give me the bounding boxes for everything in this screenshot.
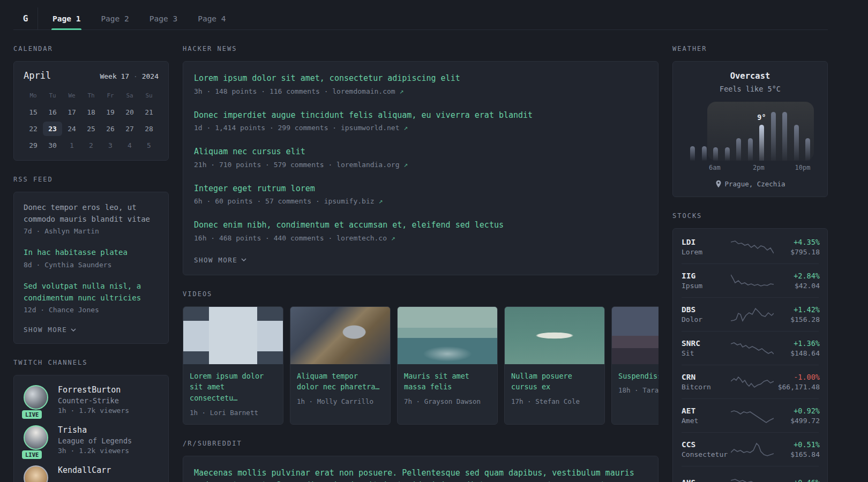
stock-row[interactable]: CRN Bitcorn -1.00% $66,171.48: [682, 365, 819, 398]
hn-item-meta: 6h · 60 points · 57 comments · ipsumify.…: [194, 197, 647, 205]
stock-row[interactable]: LDI Lorem +4.35% $795.18: [682, 230, 819, 263]
video-thumbnail[interactable]: [505, 307, 604, 364]
calendar-day: 18: [81, 105, 101, 119]
video-list: Lorem ipsum dolor sit amet consectetu… 1…: [183, 306, 659, 425]
hacker-news-widget: HACKER NEWS Lorem ipsum dolor sit amet, …: [183, 45, 659, 275]
twitch-channel-name[interactable]: Trisha: [58, 425, 132, 435]
calendar-day: 21: [139, 105, 159, 119]
video-card[interactable]: Nullam posuere cursus ex 17h · Stefan Co…: [504, 306, 605, 425]
twitch-channel-row[interactable]: LIVE ForrestBurton Counter-Strike 1h · 1…: [24, 385, 159, 415]
weather-widget: WEATHER Overcast Feels like 5°C 9° 6am 2…: [672, 45, 828, 197]
hn-item-title[interactable]: Donec enim nibh, condimentum et accumsan…: [194, 219, 647, 231]
tab-page-3[interactable]: Page 3: [142, 7, 185, 29]
calendar-weekday: Th: [81, 88, 101, 103]
calendar-week-year: Week 17 · 2024: [100, 72, 159, 80]
twitch-channel-row[interactable]: LIVE Trisha League of Legends 3h · 1.2k …: [24, 425, 159, 455]
app-logo[interactable]: G: [13, 7, 38, 29]
twitch-channel-game: Counter-Strike: [58, 396, 129, 405]
time-label: 6am: [709, 164, 721, 171]
twitch-channel-name[interactable]: ForrestBurton: [58, 385, 129, 395]
video-title[interactable]: Aliquam tempor dolor nec pharetra…: [297, 371, 384, 393]
hn-item: Donec imperdiet augue tincidunt felis al…: [194, 109, 647, 132]
external-link-icon[interactable]: ↗: [400, 87, 404, 95]
hn-item-title[interactable]: Donec imperdiet augue tincidunt felis al…: [194, 109, 647, 122]
stock-change: -1.00%: [774, 373, 820, 381]
stock-row[interactable]: IIG Ipsum +2.84% $42.04: [682, 263, 819, 297]
video-thumbnail[interactable]: [290, 307, 390, 364]
stock-ticker[interactable]: DBS: [682, 305, 731, 314]
hn-item: Donec enim nibh, condimentum et accumsan…: [194, 219, 647, 242]
stock-sparkline: [731, 408, 774, 424]
weather-bar: [725, 147, 730, 161]
tab-page-1[interactable]: Page 1: [45, 7, 88, 29]
stock-row[interactable]: CCS Consectetur +0.51% $165.84: [682, 432, 819, 466]
weather-condition: Overcast: [682, 71, 819, 81]
live-badge: LIVE: [22, 450, 42, 459]
stocks-header: STOCKS: [672, 212, 828, 220]
calendar-day: 26: [101, 122, 120, 136]
hn-item: Integer eget rutrum lorem 6h · 60 points…: [194, 183, 647, 206]
nav-tabs: Page 1 Page 2 Page 3 Page 4: [42, 7, 236, 29]
video-title[interactable]: Mauris sit amet massa felis: [404, 371, 491, 393]
calendar-day: 19: [101, 105, 120, 119]
stock-ticker[interactable]: CRN: [682, 373, 731, 381]
hn-show-more-button[interactable]: SHOW MORE: [194, 256, 647, 264]
calendar-day: 1: [62, 138, 81, 153]
reddit-post-title[interactable]: Maecenas mollis pulvinar erat non posuer…: [194, 467, 647, 482]
stock-price: $156.28: [774, 315, 820, 323]
video-thumbnail[interactable]: [183, 307, 283, 364]
rss-item-title[interactable]: In hac habitasse platea: [24, 247, 159, 259]
video-card[interactable]: Suspendisse diam 18h · Tara: [611, 306, 659, 425]
avatar: [24, 465, 48, 482]
rss-item: Donec tempor eros leo, ut commodo mauris…: [24, 202, 159, 235]
external-link-icon[interactable]: ↗: [403, 124, 408, 132]
hn-item-title[interactable]: Lorem ipsum dolor sit amet, consectetur …: [194, 72, 647, 85]
avatar: [24, 385, 48, 410]
video-card[interactable]: Mauris sit amet massa felis 7h · Grayson…: [397, 306, 498, 425]
stock-change: +0.46%: [774, 478, 820, 482]
twitch-channel-name[interactable]: KendallCarr: [58, 465, 111, 475]
tab-page-4[interactable]: Page 4: [190, 7, 233, 29]
stock-ticker[interactable]: AHS: [682, 478, 731, 482]
stock-ticker[interactable]: SNRC: [682, 339, 731, 348]
stock-ticker[interactable]: AET: [682, 406, 731, 415]
video-title[interactable]: Nullam posuere cursus ex: [511, 371, 598, 393]
external-link-icon[interactable]: ↗: [378, 197, 383, 205]
stock-row[interactable]: AHS +0.46%: [682, 466, 819, 482]
video-card[interactable]: Aliquam tempor dolor nec pharetra… 1h · …: [290, 306, 391, 425]
video-thumbnail[interactable]: [398, 307, 497, 364]
calendar-day: 30: [43, 138, 62, 153]
calendar-day: 23: [43, 122, 62, 136]
rss-item-title[interactable]: Sed volutpat nulla nisl, a condimentum n…: [24, 281, 159, 304]
stock-row[interactable]: AET Amet +0.92% $499.72: [682, 398, 819, 432]
twitch-channel-game: League of Legends: [58, 436, 132, 445]
subreddit-widget: /R/SUBREDDIT Maecenas mollis pulvinar er…: [183, 440, 659, 482]
stock-ticker[interactable]: IIG: [682, 272, 731, 280]
external-link-icon[interactable]: ↗: [403, 161, 408, 169]
current-temp-label: 9°: [757, 113, 766, 122]
stock-change: +0.51%: [774, 440, 820, 449]
video-thumbnail[interactable]: [612, 307, 659, 364]
video-card[interactable]: Lorem ipsum dolor sit amet consectetu… 1…: [183, 306, 283, 425]
stock-ticker[interactable]: LDI: [682, 238, 731, 246]
stock-change: +1.36%: [774, 339, 820, 348]
external-link-icon[interactable]: ↗: [391, 234, 395, 242]
weather-bar: 9°: [759, 125, 764, 161]
calendar-day: 25: [81, 122, 101, 136]
calendar-day: 17: [62, 105, 81, 119]
stock-name: Amet: [682, 417, 731, 425]
stock-row[interactable]: DBS Dolor +1.42% $156.28: [682, 297, 819, 331]
twitch-channel-row[interactable]: KendallCarr: [24, 465, 159, 482]
time-label: 10pm: [795, 164, 811, 171]
hn-item-title[interactable]: Aliquam nec cursus elit: [194, 146, 647, 158]
rss-item-title[interactable]: Donec tempor eros leo, ut commodo mauris…: [24, 202, 159, 225]
tab-page-2[interactable]: Page 2: [93, 7, 136, 29]
stock-row[interactable]: SNRC Sit +1.36% $148.64: [682, 331, 819, 365]
video-title[interactable]: Suspendisse diam: [618, 371, 659, 382]
calendar-header: CALENDAR: [13, 45, 169, 52]
rss-show-more-button[interactable]: SHOW MORE: [24, 326, 159, 334]
video-title[interactable]: Lorem ipsum dolor sit amet consectetu…: [190, 371, 276, 404]
hn-item-title[interactable]: Integer eget rutrum lorem: [194, 183, 647, 195]
stock-ticker[interactable]: CCS: [682, 440, 731, 449]
hn-item-meta: 1d · 1,414 points · 299 comments · ipsum…: [194, 124, 647, 132]
